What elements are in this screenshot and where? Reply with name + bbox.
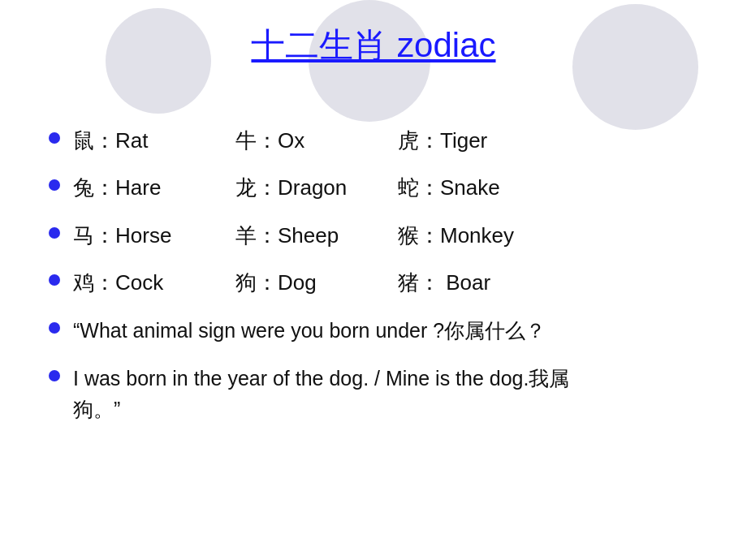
- question-text: “What animal sign were you born under ?你…: [73, 316, 715, 347]
- bullet-dot: [49, 274, 60, 286]
- zodiac-hare: 兔：Hare: [73, 173, 235, 202]
- slide-container: 十二生肖 zodiac 鼠：Rat 牛：Ox 虎：Tiger 兔：Hare 龙：…: [0, 0, 747, 560]
- zodiac-dragon: 龙：Dragon: [235, 173, 398, 202]
- bullet-dot: [49, 227, 60, 239]
- zodiac-sheep: 羊：Sheep: [235, 221, 398, 250]
- content-area: 鼠：Rat 牛：Ox 虎：Tiger 兔：Hare 龙：Dragon 蛇：Sna…: [49, 126, 715, 442]
- zodiac-snake: 蛇：Snake: [398, 173, 560, 202]
- bullet-dot: [49, 322, 60, 334]
- zodiac-ox: 牛：Ox: [235, 126, 398, 155]
- zodiac-boar: 猪： Boar: [398, 268, 560, 297]
- answer-text: I was born in the year of the dog. / Min…: [73, 364, 715, 424]
- page-title: 十二生肖 zodiac: [251, 26, 495, 64]
- list-item: 鼠：Rat 牛：Ox 虎：Tiger: [49, 126, 715, 155]
- zodiac-horse: 马：Horse: [73, 221, 235, 250]
- answer-line-2: 狗。”: [73, 394, 715, 425]
- zodiac-rat: 鼠：Rat: [73, 126, 235, 155]
- list-item-answer: I was born in the year of the dog. / Min…: [49, 364, 715, 424]
- title-area: 十二生肖 zodiac: [0, 23, 747, 68]
- zodiac-list: 鼠：Rat 牛：Ox 虎：Tiger 兔：Hare 龙：Dragon 蛇：Sna…: [49, 126, 715, 424]
- zodiac-tiger: 虎：Tiger: [398, 126, 560, 155]
- zodiac-cock: 鸡：Cock: [73, 268, 235, 297]
- bullet-dot: [49, 179, 60, 191]
- bullet-dot: [49, 370, 60, 381]
- zodiac-row-4: 鸡：Cock 狗：Dog 猪： Boar: [73, 268, 715, 297]
- answer-line-1: I was born in the year of the dog. / Min…: [73, 364, 715, 394]
- zodiac-row-1: 鼠：Rat 牛：Ox 虎：Tiger: [73, 126, 715, 155]
- bullet-dot: [49, 132, 60, 144]
- list-item: 马：Horse 羊：Sheep 猴：Monkey: [49, 221, 715, 250]
- list-item: 鸡：Cock 狗：Dog 猪： Boar: [49, 268, 715, 297]
- zodiac-row-3: 马：Horse 羊：Sheep 猴：Monkey: [73, 221, 715, 250]
- list-item: 兔：Hare 龙：Dragon 蛇：Snake: [49, 173, 715, 202]
- zodiac-row-2: 兔：Hare 龙：Dragon 蛇：Snake: [73, 173, 715, 202]
- list-item-question: “What animal sign were you born under ?你…: [49, 316, 715, 347]
- zodiac-monkey: 猴：Monkey: [398, 221, 560, 250]
- zodiac-dog: 狗：Dog: [235, 268, 398, 297]
